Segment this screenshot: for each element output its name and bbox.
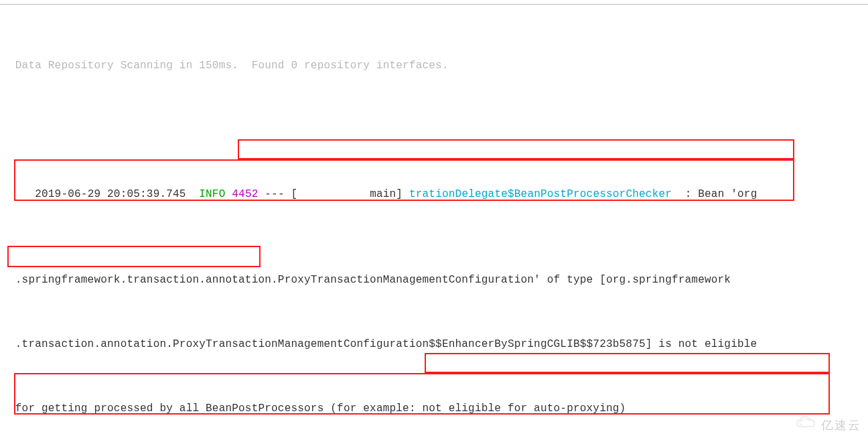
timestamp: 2019-06-29 20:05:39.745 xyxy=(35,188,199,200)
console-log-output: Data Repository Scanning in 150ms. Found… xyxy=(0,0,868,440)
separator: --- [ xyxy=(259,188,370,200)
message: : Bean 'org xyxy=(672,188,757,200)
level-info: INFO xyxy=(199,188,225,200)
log-line: 2019-06-29 20:05:39.745 INFO 4452 --- [ … xyxy=(9,162,859,226)
separator: ] xyxy=(396,188,409,200)
log-line: .springframework.transaction.annotation.… xyxy=(9,269,859,291)
watermark: 亿速云 xyxy=(796,415,861,436)
logger-class: trationDelegate$BeanPostProcessorChecker xyxy=(409,188,672,200)
log-line: Data Repository Scanning in 150ms. Found… xyxy=(9,55,859,76)
pid: 4452 xyxy=(225,188,258,200)
log-line: .transaction.annotation.ProxyTransaction… xyxy=(9,334,859,355)
watermark-text: 亿速云 xyxy=(821,415,861,436)
log-line: for getting processed by all BeanPostPro… xyxy=(9,398,859,419)
thread: main xyxy=(370,188,396,200)
cloud-icon xyxy=(796,415,817,436)
